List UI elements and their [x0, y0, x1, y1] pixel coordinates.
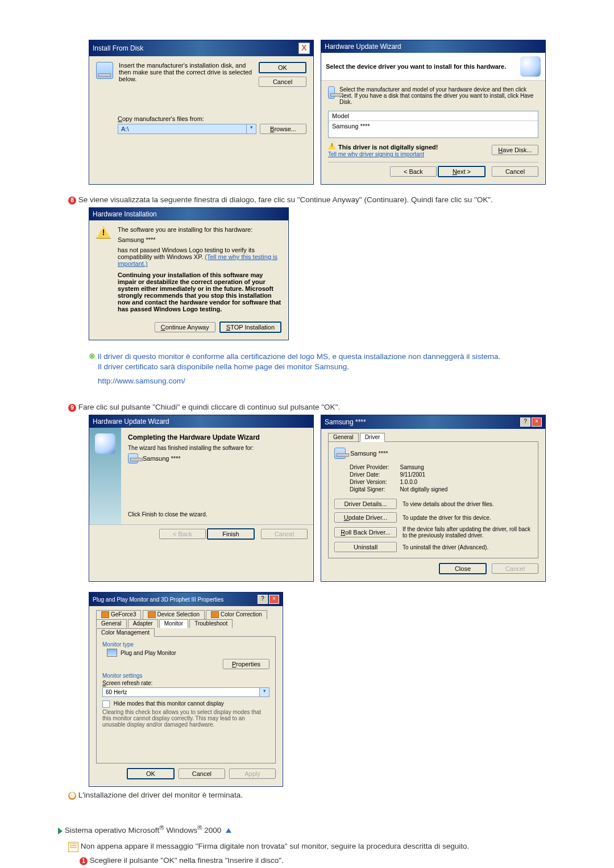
step-marker-10: ⓫	[68, 792, 76, 800]
dropdown-icon[interactable]: ▾	[259, 688, 269, 696]
signing-info-link[interactable]: Tell me why driver signing is important	[328, 151, 424, 157]
properties-button[interactable]: Properties	[223, 659, 269, 669]
titlebar: Hardware Update Wizard	[89, 415, 313, 428]
close-icon[interactable]: ×	[269, 595, 279, 604]
back-button: < Back	[159, 529, 206, 539]
monitor-type-value: Plug and Play Monitor	[121, 650, 176, 656]
disk-icon	[128, 453, 138, 464]
hide-modes-checkbox[interactable]	[102, 700, 110, 708]
install-from-disk-dialog: Install From Disk X Insert the manufactu…	[89, 40, 314, 185]
instruction-text: Select the manufacturer and model of you…	[339, 86, 538, 105]
step-marker-1: 1	[80, 857, 88, 865]
tab-color-management[interactable]: Color Management	[96, 628, 155, 637]
hide-modes-description: Clearing this check box allows you to se…	[102, 709, 269, 728]
tab-color-correction[interactable]: Color Correction	[206, 610, 267, 619]
cancel-button[interactable]: Cancel	[259, 77, 306, 87]
tab-device-selection[interactable]: Device Selection	[143, 610, 205, 619]
titlebar: Samsung **** ? ×	[321, 415, 545, 429]
hardware-installation-dialog: Hardware Installation The software you a…	[89, 207, 289, 340]
monitor-icon	[334, 448, 346, 459]
close-icon[interactable]: ×	[532, 418, 542, 427]
tab-geforce3[interactable]: GeForce3	[96, 610, 141, 619]
note-line-1: Il driver di questo monitor è conforme a…	[98, 352, 500, 361]
disk-icon	[328, 86, 335, 99]
back-button[interactable]: < Back	[390, 166, 437, 177]
rollback-driver-button[interactable]: Roll Back Driver...	[334, 527, 397, 537]
cancel-button[interactable]: Cancel	[492, 166, 538, 177]
samsung-url-link[interactable]: http://www.samsung.com/	[98, 377, 185, 385]
path-input[interactable]: A:\	[118, 124, 246, 133]
titlebar: Install From Disk X	[89, 40, 313, 56]
disk-icon	[96, 62, 113, 79]
ok-button[interactable]: OK	[127, 768, 175, 779]
monitor-type-label: Monitor type	[102, 641, 269, 648]
tab-troubleshoot[interactable]: Troubleshoot	[189, 619, 233, 628]
device-name: Samsung ****	[143, 455, 181, 462]
tab-row-2: General Adapter Monitor Troubleshoot Col…	[96, 619, 276, 637]
monitor-settings-label: Monitor settings	[102, 673, 269, 679]
tab-general[interactable]: General	[96, 619, 127, 628]
tab-driver[interactable]: Driver	[360, 433, 385, 442]
browse-button[interactable]: Browse...	[260, 124, 306, 134]
instruction-text: Insert the manufacturer's installation d…	[119, 62, 253, 87]
dropdown-icon[interactable]: ▾	[246, 124, 256, 133]
pnp-monitor-properties-dialog: Plug and Play Monitor and 3D Prophet III…	[89, 592, 283, 787]
wizard-footer: Click Finish to close the wizard.	[128, 511, 306, 518]
next-button[interactable]: Next >	[438, 166, 486, 177]
tab-general[interactable]: General	[328, 433, 359, 441]
update-driver-button[interactable]: Update Driver...	[334, 512, 397, 523]
close-button[interactable]: Close	[439, 563, 487, 574]
tab-adapter[interactable]: Adapter	[128, 619, 158, 628]
refresh-rate-label: Screen refresh rate:	[102, 680, 269, 686]
uninstall-button[interactable]: Uninstall	[334, 542, 397, 552]
connector-icon	[520, 56, 541, 77]
warning-icon	[96, 226, 111, 239]
cancel-button[interactable]: Cancel	[179, 769, 225, 779]
device-name: Samsung ****	[118, 236, 281, 243]
connector-icon	[95, 433, 115, 454]
window-title: Hardware Installation	[93, 210, 157, 218]
help-icon[interactable]: ?	[258, 595, 268, 604]
tab-monitor[interactable]: Monitor	[159, 619, 188, 628]
wizard-heading: Select the device driver you want to ins…	[326, 63, 516, 70]
refresh-rate-select[interactable]: 60 Hertz	[103, 688, 259, 696]
driver-info-table: Driver Provider:Samsung Driver Date:9/11…	[349, 464, 448, 493]
up-arrow-icon[interactable]	[226, 828, 231, 833]
note-line-2: Il driver certificato sarà disponibile n…	[98, 362, 349, 372]
step-10-text: L'installazione del driver del monitor è…	[78, 791, 243, 799]
tab-row-1: GeForce3 Device Selection Color Correcti…	[96, 610, 276, 619]
tab-icon	[101, 611, 109, 618]
warning-bold-text: Continuing your installation of this sof…	[118, 272, 281, 312]
window-title: Install From Disk	[93, 44, 143, 52]
step-marker-8: 8	[68, 197, 76, 205]
hardware-update-wizard-select: Hardware Update Wizard Select the device…	[321, 40, 546, 185]
copy-files-from-label: CCopy manufacturer's files from:opy manu…	[118, 115, 306, 122]
wizard-line: The wizard has finished installing the s…	[128, 445, 306, 451]
continue-anyway-button[interactable]: Continue Anyway	[155, 322, 215, 332]
line-1: The software you are installing for this…	[118, 226, 281, 233]
monitor-icon	[107, 649, 117, 657]
hide-modes-label: Hide modes that this monitor cannot disp…	[114, 701, 224, 707]
driver-properties-dialog: Samsung **** ? × General Driver Samsung …	[321, 415, 546, 582]
help-icon[interactable]: ?	[520, 418, 530, 427]
driver-details-desc: To view details about the driver files.	[403, 501, 532, 507]
step-9-text: Fare clic sul pulsante "Chiudi" e quindi…	[78, 403, 340, 411]
apply-button: Apply	[229, 769, 276, 779]
have-disk-button[interactable]: Have Disk...	[492, 145, 538, 155]
tab-row: General Driver	[328, 432, 538, 442]
note-marker-icon: ※	[89, 352, 96, 361]
cancel-button: Cancel	[261, 529, 308, 539]
ok-button[interactable]: OK	[259, 62, 306, 73]
finish-button[interactable]: Finish	[207, 528, 255, 540]
driver-details-button[interactable]: Driver Details...	[334, 499, 397, 509]
doc-icon	[68, 842, 78, 852]
wizard-heading: Completing the Hardware Update Wizard	[128, 433, 306, 441]
step-8-text: Se viene visualizzata la seguente finest…	[78, 195, 493, 204]
model-row[interactable]: Samsung ****	[329, 121, 538, 137]
window-title: Samsung ****	[325, 418, 366, 426]
update-driver-desc: To update the driver for this device.	[403, 515, 532, 521]
stop-installation-button[interactable]: STOP Installation	[219, 322, 281, 333]
step-marker-9: 9	[68, 404, 76, 412]
win2000-intro: Non appena appare il messaggio "Firma di…	[81, 842, 469, 850]
close-icon[interactable]: X	[298, 43, 310, 54]
